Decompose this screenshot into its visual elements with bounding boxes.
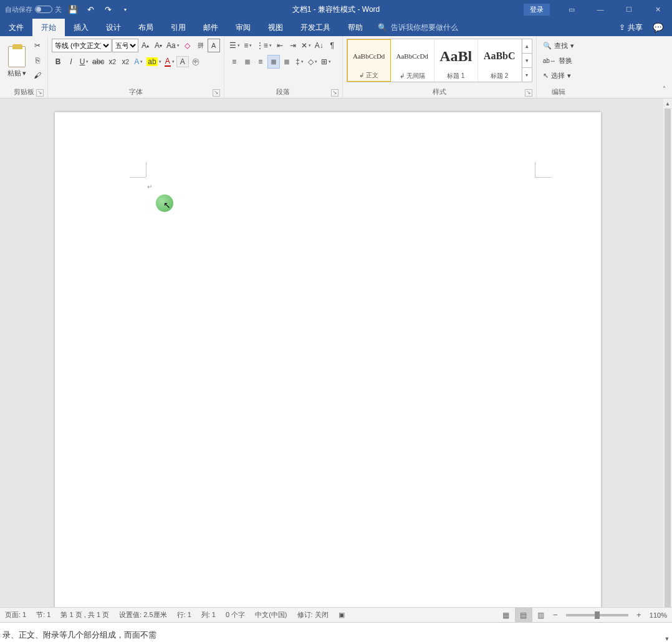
clipboard-launcher[interactable]: ↘ xyxy=(36,89,44,97)
superscript-button[interactable]: x2 xyxy=(119,55,132,69)
shading-button[interactable]: ◇▾ xyxy=(307,55,319,69)
gallery-up-button[interactable]: ▲ xyxy=(522,39,532,54)
status-section[interactable]: 节: 1 xyxy=(31,608,55,622)
view-web-button[interactable]: ▥ xyxy=(532,608,550,622)
copy-button[interactable]: ⎘ xyxy=(31,54,44,67)
style-no-spacing[interactable]: AaBbCcDd ↲ 无间隔 xyxy=(391,39,434,82)
status-track[interactable]: 修订: 关闭 xyxy=(292,608,334,622)
maximize-button[interactable]: ☐ xyxy=(615,0,643,19)
redo-button[interactable]: ↷ xyxy=(102,3,114,16)
status-words[interactable]: 0 个字 xyxy=(221,608,250,622)
enclose-char-button[interactable]: ㊥ xyxy=(190,55,202,69)
format-painter-button[interactable]: 🖌 xyxy=(31,69,44,82)
cut-button[interactable]: ✂ xyxy=(31,39,44,52)
tab-references[interactable]: 引用 xyxy=(162,19,194,36)
paragraph-launcher[interactable]: ↘ xyxy=(331,89,338,97)
numbering-button[interactable]: ≡▾ xyxy=(242,39,254,52)
status-lang[interactable]: 中文(中国) xyxy=(250,608,292,622)
justify-button[interactable]: ≣ xyxy=(267,55,280,69)
line-spacing-button[interactable]: ‡▾ xyxy=(294,55,306,69)
subscript-button[interactable]: x2 xyxy=(106,55,118,69)
underline-button[interactable]: U▾ xyxy=(78,55,90,69)
font-launcher[interactable]: ↘ xyxy=(213,89,220,97)
status-macro[interactable]: ▣ xyxy=(334,608,350,622)
font-size-select[interactable]: 五号 xyxy=(112,39,138,52)
gallery-down-button[interactable]: ▼ xyxy=(522,54,532,68)
decrease-indent-button[interactable]: ⇤ xyxy=(274,39,286,52)
tab-developer[interactable]: 开发工具 xyxy=(292,19,339,36)
show-marks-button[interactable]: ¶ xyxy=(326,39,338,52)
style-normal[interactable]: AaBbCcDd ↲ 正文 xyxy=(347,39,391,82)
page[interactable]: ↵ ↖ xyxy=(55,112,601,622)
char-shading-button[interactable]: A xyxy=(176,56,189,67)
style-heading2[interactable]: AaBbC 标题 2 xyxy=(478,39,522,82)
multilevel-button[interactable]: ⋮≡▾ xyxy=(255,39,273,52)
tab-layout[interactable]: 布局 xyxy=(130,19,162,36)
paste-button[interactable]: 粘贴▾ xyxy=(4,39,30,85)
tab-design[interactable]: 设计 xyxy=(97,19,130,36)
borders-button[interactable]: ⊞▾ xyxy=(320,55,332,69)
tab-help[interactable]: 帮助 xyxy=(339,19,372,36)
asian-layout-button[interactable]: ✕▾ xyxy=(300,39,312,52)
scroll-thumb[interactable] xyxy=(665,108,671,612)
align-right-button[interactable]: ≡ xyxy=(254,55,267,69)
grow-font-button[interactable]: A▴ xyxy=(139,39,151,52)
char-border-button[interactable]: A xyxy=(208,39,220,52)
collapse-ribbon-button[interactable]: ˄ xyxy=(658,85,670,97)
italic-button[interactable]: I xyxy=(65,55,77,69)
styles-launcher[interactable]: ↘ xyxy=(525,89,532,97)
autosave-toggle[interactable]: 自动保存 关 xyxy=(5,5,62,14)
ribbon-display-button[interactable]: ▭ xyxy=(557,0,586,19)
status-line[interactable]: 行: 1 xyxy=(172,608,196,622)
document-area[interactable]: ↵ ↖ xyxy=(0,98,663,622)
clear-format-button[interactable]: ◇ xyxy=(181,39,194,52)
share-button[interactable]: ⇪ 共享 xyxy=(615,22,646,33)
shrink-font-button[interactable]: A▾ xyxy=(152,39,165,52)
zoom-out-button[interactable]: − xyxy=(550,610,561,620)
login-button[interactable]: 登录 xyxy=(524,4,550,16)
zoom-handle[interactable] xyxy=(595,611,600,619)
font-color-button[interactable]: A▾ xyxy=(163,55,176,69)
zoom-in-button[interactable]: + xyxy=(633,610,645,620)
align-left-button[interactable]: ≡ xyxy=(228,55,241,69)
status-setting[interactable]: 设置值: 2.5厘米 xyxy=(114,608,171,622)
status-page[interactable]: 页面: 1 xyxy=(0,608,31,622)
vertical-scrollbar[interactable]: ▲ ▼ xyxy=(663,98,672,622)
text-effects-button[interactable]: A▾ xyxy=(132,55,145,69)
sort-button[interactable]: A↓ xyxy=(313,39,325,52)
tab-view[interactable]: 视图 xyxy=(259,19,292,36)
comments-button[interactable]: 💬 xyxy=(650,22,666,32)
tell-me-search[interactable]: 🔍 告诉我你想要做什么 xyxy=(372,19,464,36)
save-button[interactable]: 💾 xyxy=(67,3,79,16)
scroll-track[interactable] xyxy=(663,108,672,612)
align-center-button[interactable]: ≣ xyxy=(241,55,254,69)
bullets-button[interactable]: ☰▾ xyxy=(228,39,241,52)
distributed-button[interactable]: ≣ xyxy=(281,55,293,69)
strikethrough-button[interactable]: abc xyxy=(91,55,105,69)
font-name-select[interactable]: 等线 (中文正文) xyxy=(52,39,112,52)
replace-button[interactable]: ab↔替换 xyxy=(540,54,577,67)
tab-file[interactable]: 文件 xyxy=(0,19,32,36)
phonetic-button[interactable]: 拼 xyxy=(194,39,207,52)
view-read-button[interactable]: ▦ xyxy=(497,608,515,622)
bold-button[interactable]: B xyxy=(52,55,64,69)
highlight-button[interactable]: ab▾ xyxy=(145,55,162,69)
gallery-more-button[interactable]: ▾ xyxy=(522,68,532,82)
status-col[interactable]: 列: 1 xyxy=(196,608,221,622)
scroll-up-button[interactable]: ▲ xyxy=(663,98,672,108)
change-case-button[interactable]: Aa▾ xyxy=(165,39,181,52)
qat-customize-button[interactable]: ▾ xyxy=(119,3,132,16)
select-button[interactable]: ↖选择▾ xyxy=(540,69,577,82)
view-print-button[interactable]: ▤ xyxy=(515,608,532,622)
tab-review[interactable]: 审阅 xyxy=(227,19,259,36)
zoom-value[interactable]: 110% xyxy=(645,611,672,619)
find-button[interactable]: 🔍查找▾ xyxy=(540,39,577,52)
tab-mailings[interactable]: 邮件 xyxy=(194,19,227,36)
undo-button[interactable]: ↶ xyxy=(84,3,97,16)
status-pages[interactable]: 第 1 页 , 共 1 页 xyxy=(55,608,114,622)
style-heading1[interactable]: AaBl 标题 1 xyxy=(434,39,478,82)
zoom-slider[interactable] xyxy=(566,614,628,616)
close-button[interactable]: ✕ xyxy=(643,0,672,19)
increase-indent-button[interactable]: ⇥ xyxy=(287,39,299,52)
panel-scroll-down-button[interactable]: ▼ xyxy=(662,636,672,642)
